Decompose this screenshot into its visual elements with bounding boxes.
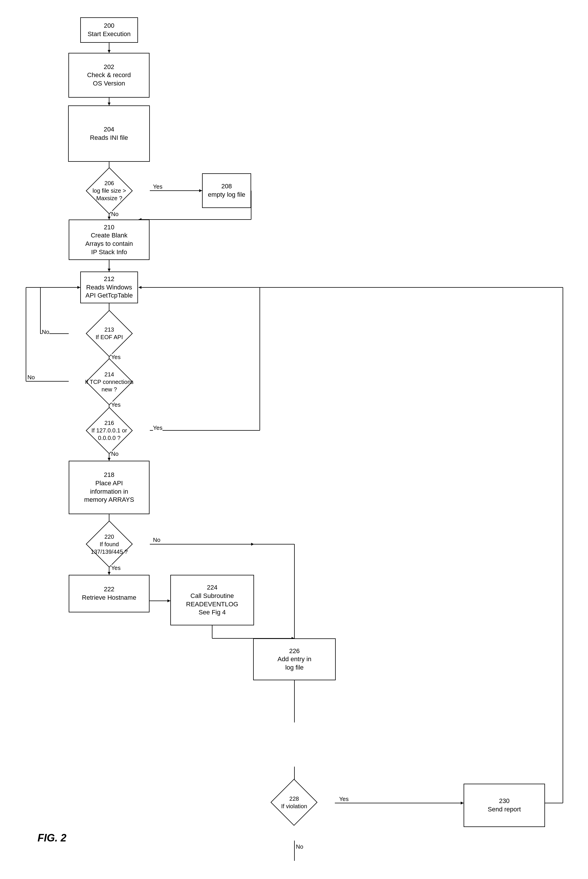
label-no-220: No [153,537,160,543]
svg-marker-12 [108,216,111,219]
svg-marker-14 [108,269,111,272]
svg-marker-7 [199,189,202,192]
node-224: 224 Call Subroutine READEVENTLOG See Fig… [170,575,254,625]
svg-marker-20 [77,286,80,289]
node-202: 202 Check & record OS Version [68,53,150,98]
node-206: 206log file size >Maxsize ? [69,173,150,209]
label-yes-206: Yes [153,183,162,190]
node-213: 213If EOF API [69,315,150,352]
svg-marker-39 [251,543,254,545]
node-228: 228If violation [254,784,335,821]
label-yes-220: Yes [111,565,121,571]
svg-marker-41 [167,600,170,602]
label-no-228: No [296,843,303,850]
figure-label: FIG. 2 [38,832,66,844]
label-yes-216: Yes [153,425,162,431]
svg-marker-49 [461,802,464,804]
node-216: 216If 127.0.0.1 or0.0.0.0 ? [69,412,150,449]
node-220: 220If found137/139/445 ? [69,525,150,563]
node-230: 230 Send report [464,784,545,827]
svg-marker-3 [108,102,111,105]
node-218: 218 Place API information in memory ARRA… [69,461,150,514]
svg-marker-37 [108,572,111,575]
label-yes-213: Yes [111,354,121,361]
label-yes-214: Yes [111,401,121,408]
label-no-206: No [111,211,118,218]
svg-marker-33 [108,458,111,461]
label-yes-228: Yes [339,796,349,802]
node-214: 214If TCP connectionsnew ? [69,364,150,400]
node-222: 222 Retrieve Hostname [69,575,150,612]
node-200: 200 Start Execution [80,17,138,43]
node-212: 212 Reads Windows API GetTcpTable [80,272,138,303]
svg-marker-31 [138,286,141,289]
label-no-213: No [42,329,50,335]
label-no-214: No [27,374,35,381]
svg-marker-1 [108,50,111,53]
node-204: 204 Reads INI file [68,105,150,162]
node-226: 226 Add entry in log file [253,639,336,680]
label-no-216: No [111,451,118,457]
flowchart-diagram: 200 Start Execution 202 Check & record O… [0,0,588,879]
node-210: 210 Create Blank Arrays to contain IP St… [69,219,150,260]
node-208: 208 empty log file [202,173,251,208]
